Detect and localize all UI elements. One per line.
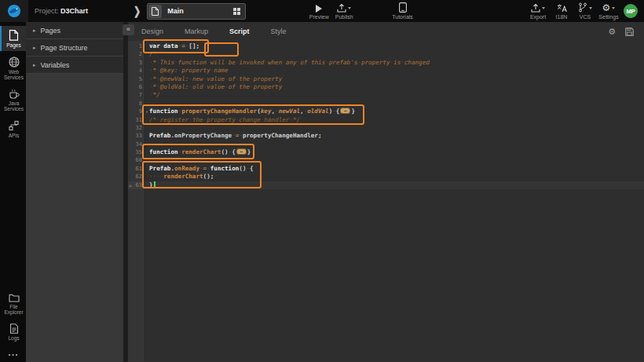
settings-label: Settings	[598, 14, 618, 20]
code-line[interactable]: 62····renderChart();	[128, 173, 644, 181]
left-rail: Pages Web Services Java Services APIs Fi…	[0, 22, 26, 362]
play-icon	[316, 5, 322, 13]
vcs-button[interactable]: VCS	[575, 3, 595, 20]
folded-code-widget[interactable]: ↔	[236, 148, 247, 155]
branch-icon	[578, 2, 587, 13]
page-tab-label: Main	[162, 7, 233, 15]
code-line[interactable]: 35function·renderChart()·{↔}	[128, 148, 644, 156]
tab-style[interactable]: Style	[271, 27, 287, 35]
line-number: 5	[128, 75, 145, 83]
rail-item-pages[interactable]: Pages	[0, 26, 26, 51]
tab-script[interactable]: Script	[229, 27, 250, 35]
translate-icon	[557, 3, 567, 13]
panel-collapse-button[interactable]: «	[123, 24, 134, 35]
line-number: 1	[128, 42, 145, 50]
panel-section-label: Page Structure	[41, 44, 88, 52]
tab-design[interactable]: Design	[141, 27, 163, 35]
code-line[interactable]: 8	[128, 100, 644, 108]
line-number: 8	[128, 100, 145, 108]
line-number: 31	[128, 116, 145, 124]
code-text: Prefab.onReady·=·function()·{	[145, 165, 254, 173]
code-line[interactable]: 60	[128, 156, 644, 164]
expand-arrow-icon: ▸	[33, 45, 36, 51]
code-line[interactable]: 31/*·register·the·property·change·handle…	[128, 116, 644, 124]
page-tab-main[interactable]: Main	[147, 3, 246, 20]
save-icon[interactable]	[625, 27, 634, 36]
rail-label: Web Services	[2, 69, 26, 80]
settings-button[interactable]: ⚙ Settings	[598, 3, 619, 20]
code-text: ·*/	[145, 91, 160, 99]
code-line[interactable]: 1var·data·=·[];	[128, 42, 644, 50]
code-text: }	[145, 181, 156, 189]
export-button[interactable]: Export	[528, 3, 548, 20]
pages-panel: ▸ Pages ▸ Page Structure ▸ Variables	[26, 22, 123, 362]
code-text: Prefab.onPropertyChange·=·propertyChange…	[145, 132, 322, 140]
code-text	[145, 100, 149, 108]
code-line[interactable]: 34	[128, 141, 644, 148]
code-text: ·*·This·function·will·be·invoked·when·an…	[145, 59, 430, 67]
code-text: /*	[145, 50, 156, 58]
rail-item-java-services[interactable]: Java Services	[0, 85, 26, 115]
project-label: Project:	[35, 7, 59, 15]
i18n-label: I18N	[556, 14, 568, 20]
tutorials-button[interactable]: Tutorials	[392, 3, 413, 20]
user-avatar[interactable]: MP	[624, 4, 638, 18]
project-name: Project: D3Chart	[35, 7, 88, 15]
breadcrumb-chevron-icon[interactable]: ❯	[134, 5, 141, 18]
panel-section-label: Variables	[41, 61, 70, 69]
rail-item-logs[interactable]: Logs	[0, 320, 26, 344]
rail-item-file-explorer[interactable]: File Explorer	[0, 289, 26, 318]
code-text: ·*·@oldVal:·old·value·of·the·property	[145, 83, 282, 91]
line-number: 61	[128, 165, 145, 173]
expand-arrow-icon: ▸	[33, 27, 36, 34]
folder-icon	[9, 293, 20, 302]
tutorials-icon	[399, 2, 407, 13]
fold-arrow-icon[interactable]: ▸	[146, 108, 148, 115]
line-number: 33	[128, 132, 145, 140]
export-label: Export	[530, 14, 546, 20]
main-area: Pages Web Services Java Services APIs Fi…	[0, 22, 644, 362]
tutorials-label: Tutorials	[392, 14, 413, 20]
script-editor[interactable]: 1var·data·=·[];2/*3·*·This·function·will…	[128, 41, 644, 362]
code-line[interactable]: 2/*	[128, 50, 644, 58]
log-file-icon	[9, 324, 19, 334]
code-line[interactable]: 61Prefab.onReady·=·function()·{	[128, 165, 644, 173]
grid-view-icon[interactable]	[233, 8, 240, 15]
line-number: 62	[128, 173, 145, 181]
chevron-down-icon	[348, 7, 351, 9]
code-line[interactable]: 5·*·@newVal:·new·value·of·the·property	[128, 75, 644, 83]
app-window: Project: D3Chart ❯ Main Preview Publish	[0, 0, 644, 362]
editor-settings-gear-icon[interactable]: ⚙	[608, 27, 616, 36]
i18n-button[interactable]: I18N	[551, 3, 572, 20]
code-line[interactable]: 6·*·@oldVal:·old·value·of·the·property	[128, 83, 644, 91]
rail-item-web-services[interactable]: Web Services	[0, 53, 26, 83]
project-title: D3Chart	[60, 7, 88, 15]
rail-label: File Explorer	[2, 304, 26, 315]
code-text: function·propertyChangeHandler(key,·newV…	[145, 108, 355, 115]
panel-section-variables[interactable]: ▸ Variables	[26, 57, 123, 74]
code-text: var·data·=·[];	[145, 42, 199, 50]
code-line[interactable]: 9▸function·propertyChangeHandler(key,·ne…	[128, 108, 644, 115]
coffee-cup-icon	[9, 89, 20, 99]
code-text	[145, 156, 149, 164]
code-line[interactable]: 33Prefab.onPropertyChange·=·propertyChan…	[128, 132, 644, 140]
publish-label: Publish	[335, 14, 353, 20]
code-line[interactable]: 4·*·@key:·property·name	[128, 67, 644, 75]
code-line[interactable]: 3·*·This·function·will·be·invoked·when·a…	[128, 59, 644, 67]
wavemaker-logo[interactable]	[0, 0, 28, 22]
folded-code-widget[interactable]: ↔	[340, 108, 350, 114]
tab-markup[interactable]: Markup	[185, 27, 208, 35]
panel-section-page-structure[interactable]: ▸ Page Structure	[26, 39, 123, 57]
api-connector-icon	[9, 120, 20, 131]
preview-button[interactable]: Preview	[309, 3, 329, 20]
panel-section-pages[interactable]: ▸ Pages	[26, 22, 123, 39]
publish-button[interactable]: Publish	[334, 3, 354, 20]
line-number: 35	[128, 148, 145, 156]
code-line[interactable]: 7·*/	[128, 91, 644, 99]
chevron-down-icon	[612, 7, 615, 9]
rail-item-apis[interactable]: APIs	[0, 116, 26, 141]
editor-tab-bar: Design Markup Script Style ⚙	[128, 22, 644, 41]
more-options-icon[interactable]: •••	[7, 346, 19, 362]
code-line[interactable]: 32	[128, 124, 644, 132]
code-line[interactable]: ⚠63}	[128, 181, 644, 189]
